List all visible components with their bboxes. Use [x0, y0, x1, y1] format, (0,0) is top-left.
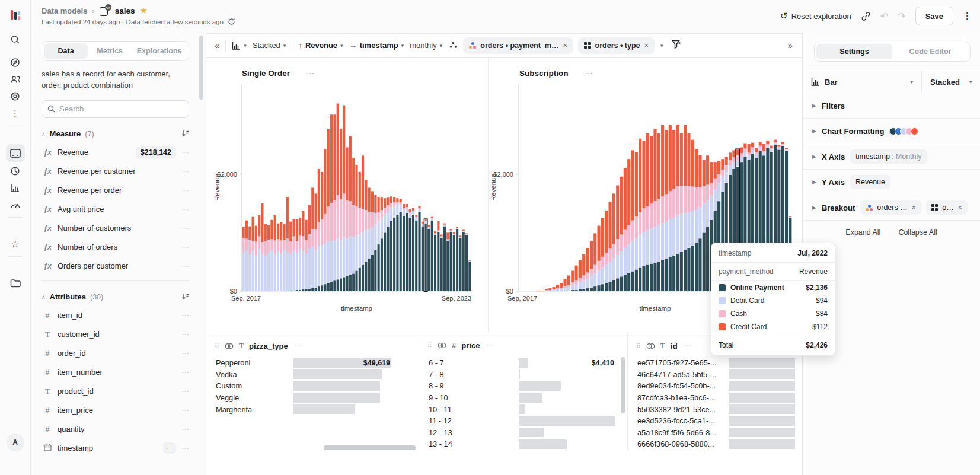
- row-menu-icon[interactable]: ⋯: [181, 224, 189, 232]
- column-header[interactable]: ⠿#price⋯: [427, 341, 493, 350]
- search-icon[interactable]: [6, 31, 25, 49]
- table-row[interactable]: 7 - 8: [419, 369, 627, 381]
- compass-icon[interactable]: [6, 53, 25, 71]
- model-gear-icon[interactable]: [6, 87, 25, 105]
- attribute-item[interactable]: #item_id⋯: [31, 306, 197, 325]
- row-menu-icon[interactable]: ⋯: [181, 243, 189, 251]
- row-menu-icon[interactable]: ⋯: [181, 406, 189, 415]
- attributes-section-header[interactable]: ∧ Attributes (30): [42, 289, 189, 305]
- query-donut-icon[interactable]: [6, 162, 25, 180]
- table-row[interactable]: Vodka: [206, 369, 418, 381]
- more-menu-icon[interactable]: ⋮: [6, 104, 25, 122]
- close-icon[interactable]: ×: [563, 41, 567, 50]
- row-menu-icon[interactable]: ⋯: [181, 186, 189, 195]
- table-row[interactable]: ee3d5236-fccc-5ca1-...: [628, 415, 802, 427]
- row-menu-icon[interactable]: ⋯: [181, 425, 189, 433]
- sidebar-scrollbar[interactable]: [199, 36, 203, 100]
- refresh-icon[interactable]: [228, 18, 235, 25]
- table-row[interactable]: 13 - 14: [419, 438, 627, 449]
- x-axis-section[interactable]: ▶ X Axis timestamp : Monthly: [803, 144, 980, 170]
- column-scrollbar[interactable]: [621, 357, 625, 413]
- close-icon[interactable]: ×: [912, 203, 916, 212]
- drag-handle-icon[interactable]: ⠿: [636, 342, 641, 350]
- collapse-panel-icon[interactable]: «: [215, 40, 219, 50]
- row-menu-icon[interactable]: ⋯: [181, 444, 189, 452]
- y-axis-pill[interactable]: Revenue: [850, 175, 890, 189]
- expand-panel-icon[interactable]: »: [788, 40, 793, 50]
- breakout-section[interactable]: ▶ Breakout orders …×o…×: [803, 195, 980, 221]
- tab-explorations[interactable]: Explorations: [132, 43, 187, 59]
- favorites-star-icon[interactable]: ☆: [6, 235, 25, 253]
- table-row[interactable]: 87cdfca3-b1ea-5bc6-...: [628, 392, 802, 404]
- measure-item[interactable]: ƒxNumber of customers⋯: [31, 219, 197, 238]
- tab-code-editor[interactable]: Code Editor: [892, 44, 968, 59]
- granularity-button[interactable]: monthly▾: [410, 41, 442, 50]
- share-link-icon[interactable]: [861, 11, 871, 21]
- row-menu-icon[interactable]: ⋯: [181, 387, 189, 396]
- caret-down-icon[interactable]: ▾: [660, 43, 663, 49]
- chart-icon[interactable]: [6, 179, 25, 197]
- breakout-pill[interactable]: o…×: [926, 200, 968, 215]
- breakout-pill[interactable]: orders • payment_m…×: [463, 37, 573, 54]
- table-row[interactable]: 46c64717-ad5a-5bf5-...: [628, 369, 802, 381]
- user-avatar[interactable]: A: [7, 433, 24, 451]
- sort-icon[interactable]: [181, 129, 189, 139]
- table-row[interactable]: 10 - 11: [419, 403, 627, 415]
- table-row[interactable]: Custom: [206, 380, 418, 392]
- expand-all-link[interactable]: Expand All: [845, 228, 880, 237]
- measure-item[interactable]: ƒxRevenue per customer⋯: [31, 162, 197, 181]
- column-header[interactable]: ⠿Tid⋯: [636, 341, 691, 350]
- y-axis-section[interactable]: ▶ Y Axis Revenue: [803, 170, 980, 195]
- y-field-button[interactable]: ↑Revenue▾: [298, 41, 343, 50]
- attribute-item[interactable]: Tproduct_id⋯: [31, 382, 197, 401]
- search-input[interactable]: [59, 104, 183, 113]
- attribute-item[interactable]: #item_number⋯: [31, 363, 197, 382]
- undo-icon[interactable]: ↶: [880, 11, 888, 22]
- table-row[interactable]: Veggie: [206, 392, 418, 404]
- overflow-menu-icon[interactable]: ⋮: [963, 11, 972, 21]
- measure-item[interactable]: ƒxOrders per customer⋯: [31, 257, 197, 276]
- search-box[interactable]: [42, 100, 189, 118]
- stack-mode-button[interactable]: Stacked▾: [253, 41, 286, 50]
- close-icon[interactable]: ×: [644, 41, 649, 50]
- redo-icon[interactable]: ↷: [898, 11, 905, 22]
- measure-item[interactable]: ƒxRevenue per order⋯: [31, 181, 197, 200]
- table-row[interactable]: b5033382-9d21-53ce...: [628, 403, 802, 415]
- chart-type-button[interactable]: ▾: [232, 42, 247, 50]
- tab-metrics[interactable]: Metrics: [88, 43, 132, 59]
- tab-data[interactable]: Data: [44, 43, 88, 59]
- drag-handle-icon[interactable]: ⠿: [427, 342, 432, 349]
- chart-menu-icon[interactable]: ⋯: [585, 68, 593, 78]
- single-order-chart[interactable]: $0$2,000RevenueSep, 2017Sep, 2023timesta…: [206, 58, 489, 333]
- attribute-item[interactable]: #quantity⋯: [31, 420, 197, 439]
- row-menu-icon[interactable]: ⋯: [181, 349, 189, 358]
- tab-settings[interactable]: Settings: [816, 44, 892, 59]
- sort-icon[interactable]: [181, 292, 189, 302]
- horizontal-scrollbar[interactable]: [324, 445, 416, 450]
- app-logo-icon[interactable]: [6, 6, 25, 24]
- drag-handle-icon[interactable]: ⠿: [215, 342, 219, 350]
- table-row[interactable]: 12 - 13: [419, 427, 627, 439]
- column-menu-icon[interactable]: ⋯: [684, 342, 691, 350]
- chart-type-select[interactable]: Bar▾: [803, 71, 922, 93]
- stack-type-select[interactable]: Stacked▾: [922, 71, 980, 93]
- table-row[interactable]: 6 - 7$4,410: [419, 357, 627, 369]
- x-field-button[interactable]: →timestamp▾: [349, 41, 404, 50]
- measure-item[interactable]: ƒxAvg unit price⋯: [31, 200, 197, 219]
- reset-exploration-button[interactable]: ↺Reset exploration: [780, 11, 851, 21]
- attribute-item[interactable]: #order_id⋯: [31, 344, 197, 363]
- column-header[interactable]: ⠿Tpizza_type⋯: [215, 341, 302, 350]
- row-menu-icon[interactable]: ⋯: [181, 205, 189, 213]
- favorite-star-icon[interactable]: ★: [139, 5, 147, 16]
- breakout-pill[interactable]: orders …×: [860, 200, 921, 215]
- measure-section-header[interactable]: ∧ Measure (7): [42, 126, 189, 142]
- table-row[interactable]: 6666f368-0968-5880...: [628, 438, 802, 449]
- table-row[interactable]: Pepperoni$49,619: [206, 357, 418, 369]
- measure-item[interactable]: ƒxNumber of orders⋯: [31, 238, 197, 257]
- table-row[interactable]: Margherita: [206, 403, 418, 415]
- save-button[interactable]: Save: [915, 7, 953, 25]
- table-row[interactable]: 8ed9e034-fc54-5c0b-...: [628, 380, 802, 392]
- row-menu-icon[interactable]: ⋯: [181, 311, 189, 320]
- breakout-pill[interactable]: orders • type×: [578, 37, 655, 54]
- table-row[interactable]: a5a18c9f-f5f6-5d66-8...: [628, 427, 802, 439]
